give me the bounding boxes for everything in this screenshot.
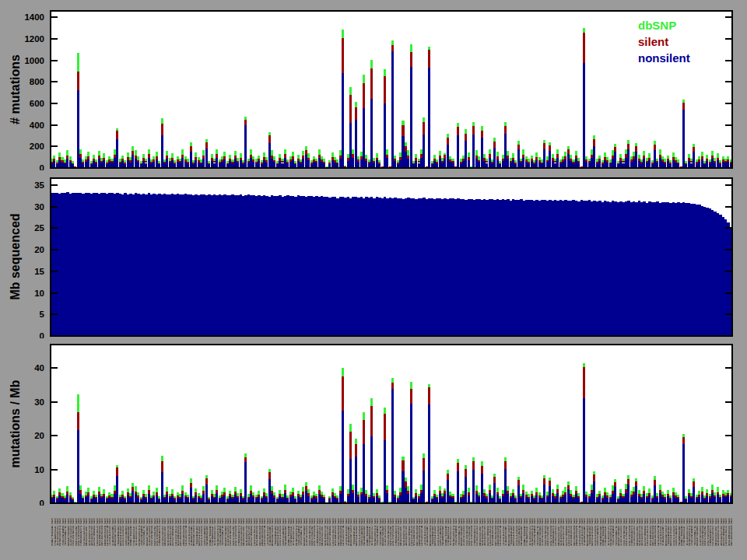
- svg-text:0: 0: [40, 331, 44, 338]
- svg-text:200: 200: [30, 142, 44, 151]
- svg-text:25: 25: [34, 223, 44, 233]
- svg-text:0: 0: [40, 499, 44, 506]
- mutations-per-mb-panel: 010203040: [0, 344, 733, 506]
- svg-text:40: 40: [34, 363, 44, 373]
- legend-item-silent: silent: [638, 33, 690, 50]
- svg-text:15: 15: [34, 267, 44, 276]
- svg-text:600: 600: [30, 99, 44, 108]
- y-axis-title-mutations: # mutations: [9, 12, 26, 167]
- svg-text:10: 10: [34, 465, 44, 474]
- legend-item-dbsnp: dbSNP: [638, 17, 690, 33]
- svg-text:20: 20: [34, 245, 44, 254]
- svg-text:1400: 1400: [24, 12, 44, 22]
- svg-text:10: 10: [34, 289, 44, 298]
- svg-text:35: 35: [34, 180, 44, 190]
- mb-sequenced-panel: 05101520253035: [0, 177, 733, 338]
- sample-label: SMPL-E0DT6L5KYCSAR: [730, 518, 732, 560]
- svg-text:1000: 1000: [24, 56, 44, 65]
- svg-text:5: 5: [40, 310, 45, 319]
- svg-text:1200: 1200: [24, 34, 44, 44]
- x-axis-sample-labels: SMPL-0EV9R5L1FWAS6SMPL-7P5M3DVAT8K1GSMPL…: [51, 518, 733, 560]
- mutations-panel: 0200400600800100012001400: [0, 10, 733, 170]
- svg-text:400: 400: [30, 121, 44, 130]
- legend-item-nonsilent: nonsilent: [638, 50, 690, 66]
- svg-text:800: 800: [30, 77, 44, 86]
- svg-text:0: 0: [40, 163, 44, 170]
- svg-text:30: 30: [34, 202, 44, 212]
- mutation-figure: 0200400600800100012001400 05101520253035…: [0, 0, 747, 560]
- y-axis-title-mutations-per-mb: mutations / Mb: [9, 346, 26, 502]
- svg-text:20: 20: [34, 431, 44, 440]
- legend: dbSNP silent nonsilent: [638, 17, 690, 66]
- y-axis-title-mb-sequenced: Mb sequenced: [9, 179, 26, 334]
- svg-text:30: 30: [34, 397, 44, 407]
